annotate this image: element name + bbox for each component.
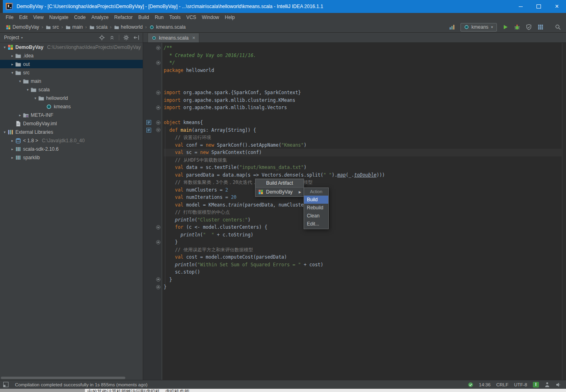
tree-item-out[interactable]: ▸out <box>0 60 143 68</box>
editor-tab-kmeans[interactable]: kmeans.scala × <box>148 33 199 42</box>
menu-window[interactable]: Window <box>199 14 222 21</box>
code-area[interactable]: /** * Created by Vay on 2016/11/16. */pa… <box>164 44 562 291</box>
editor[interactable]: /** * Created by Vay on 2016/11/16. */pa… <box>143 43 566 380</box>
notifications-icon[interactable] <box>555 382 561 388</box>
toolwindows-grid-icon[interactable] <box>537 24 544 30</box>
code-line[interactable]: val sc = new SparkContext(conf) <box>164 149 562 156</box>
tree-item-scala-sdk-2-10-6[interactable]: ▸scala-sdk-2.10.6 <box>0 145 143 153</box>
tree-item-src[interactable]: ▾src <box>0 68 143 77</box>
minimize-button[interactable] <box>511 0 530 13</box>
compile-stats-icon[interactable] <box>449 24 455 30</box>
run-configuration-select[interactable]: kmeans ▼ <box>460 23 497 32</box>
tree-expand-icon[interactable]: ▸ <box>10 139 15 143</box>
project-view-selector[interactable]: Project <box>4 35 19 40</box>
code-line[interactable]: // 将数据集聚类，3个类，20次迭代，进行模型训练形成数据模型 <box>164 179 562 186</box>
breadcrumb-scala[interactable]: scala <box>89 24 108 30</box>
code-line[interactable] <box>164 74 562 82</box>
breadcrumb-main[interactable]: main <box>65 24 84 30</box>
submenu-item-edit[interactable]: Edit... <box>304 220 328 228</box>
code-line[interactable]: // 使用误差平方之和来评估数据模型 <box>164 246 562 254</box>
line-separator-widget[interactable]: CRLF <box>496 382 508 387</box>
breadcrumb-kmeans-scala[interactable]: kmeans.scala <box>148 24 186 30</box>
toolwindow-toggle-icon[interactable] <box>3 381 9 388</box>
code-line[interactable] <box>164 112 562 119</box>
code-line[interactable]: println("Within Set Sum of Squared Error… <box>164 261 562 269</box>
submenu-item-rebuild[interactable]: Rebuild <box>304 204 328 212</box>
gear-icon[interactable] <box>123 34 129 41</box>
code-line[interactable]: // 打印数据模型的中心点 <box>164 209 562 216</box>
menu-file[interactable]: File <box>3 14 16 21</box>
menu-navigate[interactable]: Navigate <box>46 14 71 21</box>
collapse-all-icon[interactable] <box>109 34 115 41</box>
tree-collapse-icon[interactable]: ▾ <box>33 96 38 100</box>
breadcrumb-helloworld[interactable]: helloworld <box>113 24 144 30</box>
tree-item-helloworld[interactable]: ▾helloworld <box>0 94 143 102</box>
fold-down-icon[interactable] <box>156 120 161 125</box>
popup-item-demobyvay[interactable]: DemoByVay ▶ <box>256 188 304 196</box>
tree-item-external-libraries[interactable]: ▾External Libraries <box>0 128 143 136</box>
fold-down-icon[interactable] <box>156 128 161 132</box>
hide-panel-icon[interactable] <box>133 34 139 41</box>
close-button[interactable]: × <box>548 0 566 13</box>
code-line[interactable]: import org.apache.spark.mllib.clustering… <box>164 97 562 104</box>
menu-tools[interactable]: Tools <box>167 14 184 21</box>
code-line[interactable]: val model = KMeans.train(parsedData, num… <box>164 201 562 209</box>
code-line[interactable]: for (c <- model.clusterCenters) { <box>164 223 562 231</box>
encoding-widget[interactable]: UTF-8 <box>514 382 527 387</box>
tree-collapse-icon[interactable]: ▾ <box>18 79 22 83</box>
submenu-item-build[interactable]: Build <box>304 196 328 204</box>
menu-vcs[interactable]: VCS <box>184 14 199 21</box>
code-line[interactable]: * Created by Vay on 2016/11/16. <box>164 52 562 59</box>
menu-run[interactable]: Run <box>152 14 167 21</box>
tree-item-main[interactable]: ▾main <box>0 77 143 85</box>
menu-refactor[interactable]: Refactor <box>112 14 135 21</box>
code-line[interactable]: object kmeans{ <box>164 119 562 126</box>
tree-expand-icon[interactable]: ▸ <box>10 147 15 151</box>
tree-item-scala[interactable]: ▾scala <box>0 85 143 94</box>
hector-icon[interactable] <box>545 382 550 388</box>
menu-edit[interactable]: Edit <box>16 14 30 21</box>
menu-view[interactable]: View <box>30 14 46 21</box>
tree-item-demobyvay-iml[interactable]: DemoByVay.iml <box>0 119 143 128</box>
tree-item-demobyvay[interactable]: ▾DemoByVayC:\Users\longhao\IdeaProjects\… <box>0 43 143 51</box>
tree-item-sparklib[interactable]: ▸sparklib <box>0 153 143 162</box>
tree-item-idea[interactable]: ▸.idea <box>0 51 143 60</box>
code-line[interactable]: val numClusters = 2 <box>164 186 562 194</box>
scrollbar-thumb[interactable] <box>1 377 125 379</box>
tree-collapse-icon[interactable]: ▾ <box>25 88 30 92</box>
run-button[interactable] <box>502 24 509 30</box>
menu-analyze[interactable]: Analyze <box>89 14 112 21</box>
caret-position-widget[interactable]: 14:36 <box>479 382 491 387</box>
menu-build[interactable]: Build <box>135 14 152 21</box>
scroll-from-source-icon[interactable] <box>99 34 105 41</box>
tree-expand-icon[interactable]: ▸ <box>10 62 15 66</box>
vertical-scrollbar[interactable] <box>562 43 566 380</box>
fold-down-icon[interactable] <box>156 91 161 95</box>
tree-expand-icon[interactable]: ▸ <box>10 54 15 58</box>
code-line[interactable]: // 从HDFS中装载数据集 <box>164 156 562 164</box>
code-line[interactable]: val parsedData = data.map(s => Vectors.d… <box>164 171 562 179</box>
fold-up-icon[interactable] <box>156 61 161 65</box>
code-line[interactable]: val conf = new SparkConf().setAppName("K… <box>164 141 562 149</box>
code-line[interactable]: import org.apache.spark.{SparkConf, Spar… <box>164 89 562 97</box>
breadcrumb-src[interactable]: src <box>45 24 60 30</box>
code-line[interactable]: import org.apache.spark.mllib.linalg.Vec… <box>164 104 562 112</box>
tree-expand-icon[interactable]: ▸ <box>10 156 15 160</box>
maximize-button[interactable] <box>530 0 548 13</box>
fold-down-icon[interactable] <box>156 46 161 50</box>
code-line[interactable] <box>164 82 562 89</box>
fold-up-icon[interactable] <box>156 240 161 244</box>
fold-down-icon[interactable] <box>156 225 161 230</box>
fold-up-icon[interactable] <box>156 105 161 110</box>
code-line[interactable]: package helloworld <box>164 67 562 74</box>
debug-button[interactable] <box>514 24 520 30</box>
search-icon[interactable] <box>555 24 561 30</box>
code-line[interactable]: val data = sc.textFile("input/kmeans_dat… <box>164 164 562 171</box>
fold-up-icon[interactable] <box>156 285 161 289</box>
code-line[interactable]: /** <box>164 44 562 52</box>
code-line[interactable]: */ <box>164 59 562 67</box>
tree-item-kmeans[interactable]: kmeans <box>0 102 143 111</box>
code-line[interactable]: } <box>164 276 562 284</box>
tab-close-icon[interactable]: × <box>192 35 195 40</box>
fold-up-icon[interactable] <box>156 277 161 282</box>
